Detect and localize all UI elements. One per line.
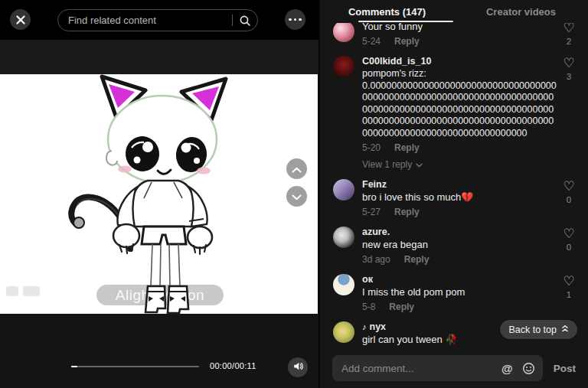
close-icon (16, 15, 25, 24)
comment-date: 5-24 (362, 36, 381, 47)
reply-button[interactable]: Reply (389, 302, 414, 312)
tiktok-creator-badge-icon: ♪ (362, 322, 367, 331)
comment-input[interactable] (341, 363, 501, 374)
chevron-down-icon (416, 159, 423, 170)
comment-date: 3d ago (362, 254, 390, 265)
comment-composer: @ Post (320, 348, 588, 388)
like-count: 1 (559, 290, 579, 299)
tab-creator-videos[interactable]: Creator videos (454, 0, 588, 23)
tab-comments[interactable]: Comments (147) (320, 0, 454, 23)
back-to-top-button[interactable]: Back to top (500, 320, 577, 339)
like-count: 3 (559, 72, 579, 81)
video-time: 00:00/00:11 (210, 361, 256, 370)
reply-button[interactable]: Reply (404, 254, 430, 265)
comment-row: C00lkidd_is_10 pompom's rizz: 0.00000000… (333, 56, 579, 170)
avatar[interactable] (333, 23, 354, 42)
like-button[interactable]: ♡ 3 (559, 56, 579, 170)
like-count: 0 (559, 243, 579, 252)
comment-username[interactable]: Feinz (362, 179, 559, 190)
heart-icon: ♡ (559, 57, 579, 70)
video-panel: Alight Motion (0, 0, 318, 388)
comment-row: ок I miss the old pom pom 5-8 Reply ♡ 1 (333, 274, 579, 312)
previous-video-button[interactable] (286, 158, 307, 179)
video-progress-bar[interactable] (71, 366, 199, 367)
next-video-button[interactable] (286, 186, 307, 207)
search-input[interactable] (68, 15, 232, 26)
comment-username[interactable]: C00lkidd_is_10 (362, 56, 559, 67)
ellipsis-icon (289, 18, 302, 21)
chevron-down-icon (292, 190, 302, 204)
reply-button[interactable]: Reply (394, 142, 420, 153)
reply-button[interactable]: Reply (394, 207, 420, 217)
mention-icon[interactable]: @ (501, 362, 513, 375)
panel-tabs: Comments (147) Creator videos (320, 0, 588, 23)
comment-text: new era began (362, 239, 559, 251)
arrow-to-top-icon (561, 324, 569, 335)
comment-input-box[interactable]: @ (332, 355, 543, 381)
avatar[interactable] (333, 274, 354, 295)
like-button[interactable]: ♡ 1 (559, 274, 579, 312)
video-letterbox-top (0, 40, 318, 74)
comment-row: Your so funny 5-24 Reply ♡ 2 (333, 23, 579, 47)
search-icon[interactable] (239, 15, 251, 27)
video-comments-screen: Alight Motion (0, 0, 588, 388)
comment-row: Feinz bro i love this so much💔 5-27 Repl… (333, 179, 579, 217)
like-count: 0 (559, 195, 579, 204)
comment-username[interactable]: azure. (362, 227, 559, 237)
comment-list[interactable]: Your so funny 5-24 Reply ♡ 2 C00lkidd_is… (320, 23, 588, 348)
like-button[interactable]: ♡ 0 (559, 179, 579, 217)
view-replies-button[interactable]: View 1 reply (362, 159, 559, 170)
progress-played (71, 366, 77, 367)
comment-date: 5-8 (362, 302, 375, 312)
comment-text: I miss the old pom pom (362, 286, 559, 298)
reply-button[interactable]: Reply (394, 36, 420, 47)
video-frame[interactable]: Alight Motion (0, 74, 318, 314)
gacha-cat-character (0, 74, 318, 314)
like-count: 2 (559, 37, 579, 46)
heart-icon: ♡ (559, 23, 579, 34)
heart-icon: ♡ (559, 275, 579, 288)
avatar[interactable] (333, 56, 354, 77)
comment-date: 5-27 (362, 207, 381, 217)
chevron-up-icon (292, 162, 302, 176)
like-button[interactable]: ♡ 0 (559, 227, 579, 265)
active-tab-underline (358, 21, 453, 22)
avatar[interactable] (333, 227, 354, 248)
close-button[interactable] (10, 9, 31, 30)
mute-button[interactable] (288, 357, 308, 377)
heart-icon: ♡ (559, 180, 579, 193)
avatar[interactable] (333, 179, 354, 201)
avatar[interactable] (333, 321, 354, 343)
related-search-box[interactable] (57, 9, 258, 31)
video-topbar (0, 0, 318, 40)
video-letterbox-bottom (0, 314, 318, 388)
more-options-button[interactable] (285, 9, 305, 30)
comment-text: Your so funny (362, 23, 559, 33)
comment-username[interactable]: ок (362, 274, 559, 285)
comment-date: 5-20 (362, 142, 381, 153)
post-button[interactable]: Post (554, 363, 576, 374)
emoji-icon[interactable] (522, 362, 535, 375)
comment-text: bro i love this so much💔 (362, 191, 559, 204)
comment-text: pompom's rizz: 0.00000000000000000000000… (362, 68, 559, 139)
comments-panel: Comments (147) Creator videos Your so fu… (318, 0, 588, 388)
like-button[interactable]: ♡ 2 (559, 23, 579, 47)
speaker-icon (292, 360, 304, 375)
search-separator (232, 15, 233, 26)
heart-icon: ♡ (559, 227, 579, 240)
comment-row: azure. new era began 3d ago Reply ♡ 0 (333, 227, 579, 265)
